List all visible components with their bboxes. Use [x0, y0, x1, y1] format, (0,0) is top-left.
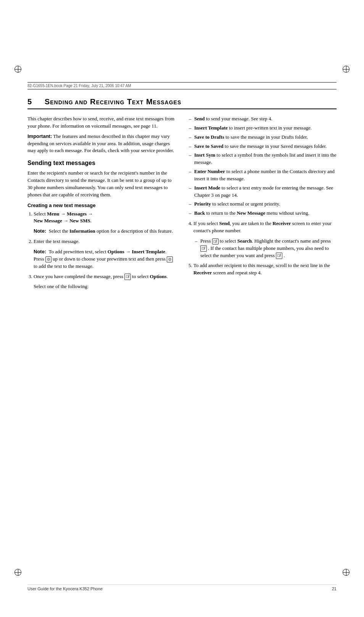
- step-3-main: Once you have completed the message, pre…: [34, 273, 177, 280]
- confirm-btn-1: □/: [200, 245, 207, 252]
- sending-section-heading: Sending text messages: [27, 160, 177, 167]
- confirm-btn-2: □/: [276, 253, 282, 259]
- reg-mark-br: [343, 569, 350, 576]
- step-1-main: Select Menu → Messages → New Message → N…: [34, 211, 177, 225]
- option-save-drafts: Save to Drafts to save the message in yo…: [189, 134, 337, 141]
- option-back: Back to return to the New Message menu w…: [189, 210, 337, 217]
- step-5-text: To add another recipient to this message…: [193, 262, 337, 277]
- option-enter-number: Enter Number to select a phone number in…: [189, 168, 337, 183]
- steps-list-right: If you select Send, you are taken to the…: [193, 220, 337, 277]
- sending-intro: Enter the recipient's number or search f…: [27, 170, 177, 198]
- creating-section-heading: Creating a new text message: [27, 202, 177, 208]
- option-send: Send to send your message. See step 4.: [189, 115, 337, 123]
- step-3-select: Select one of the following:: [34, 283, 177, 290]
- reg-mark-tr: [343, 66, 350, 73]
- step-3: Once you have completed the message, pre…: [34, 273, 177, 291]
- step-5: To add another recipient to this message…: [193, 262, 337, 277]
- step-4-sub: Press □/ to select Search. Highlight the…: [195, 238, 337, 259]
- footer: User Guide for the Kyocera K352 Phone 21: [27, 585, 337, 591]
- nav-btn-step2: ⊙: [45, 256, 52, 263]
- intro-important: Important: The features and menus descri…: [27, 133, 177, 155]
- step-2-note-label: Note:: [34, 249, 46, 254]
- header-bar: 82-G1655-1EN.book Page 21 Friday, July 2…: [27, 82, 337, 89]
- chapter-title: 5 SENDING AND RECEIVING TEXT MESSAGES: [27, 97, 337, 109]
- option-insert-mode: Insert Mode to select a text entry mode …: [189, 185, 337, 199]
- reg-mark-bl: [14, 569, 21, 576]
- footer-right: 21: [332, 586, 337, 591]
- chapter-number: 5: [27, 97, 32, 106]
- search-btn: □/: [212, 238, 219, 245]
- steps-list: Select Menu → Messages → New Message → N…: [34, 211, 177, 291]
- two-column-layout: This chapter describes how to send, rece…: [27, 115, 337, 293]
- step-4-main: If you select Send, you are taken to the…: [193, 220, 337, 235]
- step-1-note-label: Note:: [34, 228, 46, 234]
- left-column: This chapter describes how to send, rece…: [27, 115, 177, 293]
- main-content: 5 SENDING AND RECEIVING TEXT MESSAGES Th…: [27, 97, 337, 571]
- option-insert-template: Insert Template to insert pre-written te…: [189, 125, 337, 132]
- right-column: Send to send your message. See step 4. I…: [187, 115, 337, 293]
- step-1-note: Note: Select the Information option for …: [34, 228, 177, 235]
- option-insrt-sym: Insrt Sym to select a symbol from the sy…: [189, 152, 337, 166]
- options-btn-step3: □/: [124, 274, 131, 280]
- footer-left: User Guide for the Kyocera K352 Phone: [27, 586, 103, 591]
- step-1: Select Menu → Messages → New Message → N…: [34, 211, 177, 235]
- important-label: Important:: [27, 133, 52, 139]
- header-file-info: 82-G1655-1EN.book Page 21 Friday, July 2…: [27, 84, 131, 88]
- option-priority: Priority to select normal or urgent prio…: [189, 201, 337, 208]
- reg-mark-tl: [14, 66, 21, 73]
- ok-btn-step2: ⊙: [167, 256, 173, 263]
- step-4: If you select Send, you are taken to the…: [193, 220, 337, 259]
- step-2: Enter the text message. Note: To add pre…: [34, 238, 177, 270]
- step-4-substeps: Press □/ to select Search. Highlight the…: [195, 238, 337, 259]
- options-list: Send to send your message. See step 4. I…: [189, 115, 337, 217]
- step-2-note: Note: To add prewritten text, select Opt…: [34, 248, 177, 270]
- page: 82-G1655-1EN.book Page 21 Friday, July 2…: [0, 0, 364, 617]
- step-2-main: Enter the text message.: [34, 238, 177, 245]
- intro-p1: This chapter describes how to send, rece…: [27, 115, 177, 130]
- option-save-saved: Save to Saved to save the message in you…: [189, 143, 337, 150]
- chapter-title-text: SENDING AND RECEIVING TEXT MESSAGES: [45, 97, 181, 106]
